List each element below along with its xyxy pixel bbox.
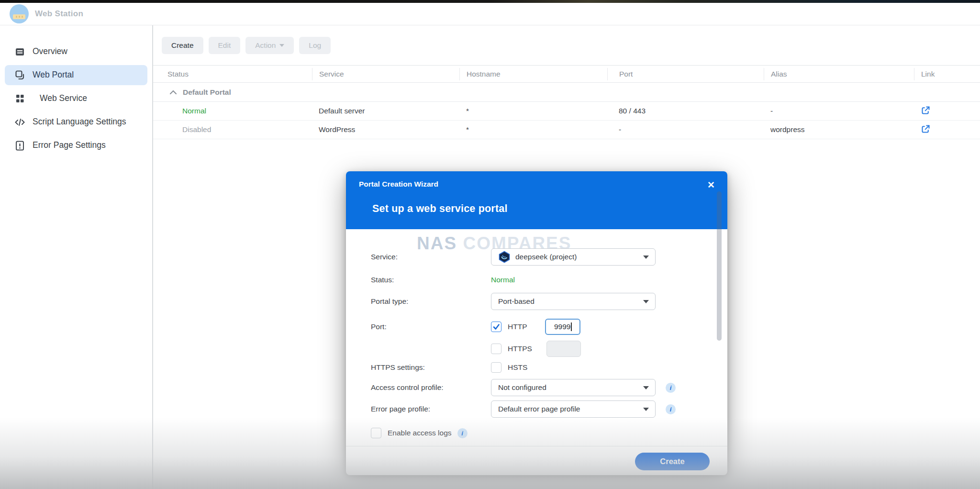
sidebar-item-web-service[interactable]: Web Service [5,89,147,109]
scrollbar-thumb[interactable] [717,191,722,341]
web-station-logo-icon [10,4,29,23]
access-control-select[interactable]: Not configured [491,379,656,396]
sidebar-item-label: Error Page Settings [33,140,106,151]
web-portal-icon [14,70,25,81]
https-checkbox[interactable] [491,344,501,354]
text-cursor [571,322,572,331]
error-page-select[interactable]: Default error page profile [491,400,656,418]
column-header-link[interactable]: Link [914,68,980,80]
status-label: Status: [371,276,491,284]
enable-access-logs-label: Enable access logs [388,429,452,437]
dialog-create-button[interactable]: Create [635,453,710,470]
toolbar: Create Edit Action Log [153,25,980,54]
error-page-label: Error page profile: [371,405,491,413]
script-language-icon [14,117,25,128]
app-header: Web Station [0,3,980,25]
https-label: HTTPS [508,345,532,353]
create-button[interactable]: Create [162,37,203,54]
sidebar: Overview Web Portal Web Service Script L… [0,25,152,489]
cell-status: Disabled [153,125,312,134]
cell-hostname: * [459,125,607,134]
access-control-row: Access control profile: Not configured i [371,379,718,396]
portal-creation-wizard-dialog: Portal Creation Wizard ✕ Set up a web se… [346,171,727,475]
port-label: Port: [371,322,491,331]
checkmark-icon [492,323,500,331]
dialog-header: Portal Creation Wizard ✕ Set up a web se… [346,171,727,229]
http-port-input[interactable]: 9999 [545,319,580,335]
column-header-status[interactable]: Status [153,68,312,80]
portal-type-select-value: Port-based [498,297,535,306]
web-service-icon [14,93,25,104]
open-link-icon[interactable] [921,105,931,115]
hsts-label: HSTS [508,363,527,372]
open-link-icon[interactable] [921,124,931,134]
caret-down-icon [279,44,284,47]
service-label: Service: [371,253,491,261]
status-badge: Disabled [182,125,211,133]
caret-down-icon [643,256,649,259]
http-checkbox[interactable] [491,322,501,332]
https-port-input[interactable] [546,341,581,357]
cell-port: 80 / 443 [607,107,764,115]
cell-alias: - [764,107,914,115]
column-header-port[interactable]: Port [607,68,764,80]
dialog-heading: Set up a web service portal [372,203,508,215]
log-button[interactable]: Log [299,37,331,54]
hsts-checkbox[interactable] [491,362,501,373]
port-https-row: HTTPS [371,340,718,357]
enable-access-logs-checkbox[interactable] [371,428,381,438]
service-select-value: deepseek (project) [515,253,577,261]
cell-hostname: * [459,107,607,115]
table-group-row: Default Portal [153,83,980,102]
sidebar-item-label: Web Service [40,93,87,104]
table-row[interactable]: Normal Default server * 80 / 443 - [153,102,980,121]
info-icon[interactable]: i [666,404,676,414]
access-control-select-value: Not configured [498,383,546,392]
status-value: Normal [491,276,515,284]
portal-type-row: Portal type: Port-based [371,293,718,310]
port-http-row: Port: HTTP 9999 [371,318,718,335]
cell-service: WordPress [312,125,459,134]
status-row: Status: Normal [371,271,718,289]
table-header: Status Service Hostname Port Alias Link [153,66,980,83]
sidebar-item-script-language-settings[interactable]: Script Language Settings [5,112,147,132]
top-screen-strip [0,0,980,3]
sidebar-divider [152,25,153,489]
collapse-chevron-icon[interactable] [169,90,177,95]
overview-icon [14,46,25,57]
sidebar-item-error-page-settings[interactable]: Error Page Settings [5,135,147,156]
service-select[interactable]: deepseek (project) [491,248,656,266]
cell-link [914,105,980,117]
status-badge: Normal [182,107,206,115]
access-control-label: Access control profile: [371,383,491,392]
group-label: Default Portal [183,88,231,97]
https-settings-label: HTTPS settings: [371,363,491,372]
cell-status: Normal [153,107,312,115]
access-logs-row: Enable access logs i [371,424,718,442]
info-icon[interactable]: i [666,383,676,393]
sidebar-item-label: Script Language Settings [33,117,126,127]
sidebar-item-label: Web Portal [33,70,74,80]
cell-service: Default server [312,107,459,115]
caret-down-icon [643,386,649,389]
cell-link [914,124,980,136]
column-header-service[interactable]: Service [312,68,459,80]
action-dropdown-button[interactable]: Action [245,37,294,54]
sidebar-item-overview[interactable]: Overview [5,42,147,62]
close-icon[interactable]: ✕ [705,178,717,192]
https-settings-row: HTTPS settings: HSTS [371,359,718,376]
caret-down-icon [643,408,649,411]
cell-port: - [607,125,764,134]
sidebar-item-label: Overview [33,46,67,57]
edit-button[interactable]: Edit [209,37,241,54]
column-header-hostname[interactable]: Hostname [459,68,607,80]
table-row[interactable]: Disabled WordPress * - wordpress [153,121,980,139]
info-icon[interactable]: i [457,428,468,438]
portal-type-select[interactable]: Port-based [491,293,656,310]
service-row: Service: deepseek (project) [371,248,718,266]
dialog-title: Portal Creation Wizard [359,180,438,189]
sidebar-item-web-portal[interactable]: Web Portal [5,65,147,85]
column-header-alias[interactable]: Alias [764,68,914,80]
app-title: Web Station [35,9,83,19]
caret-down-icon [643,300,649,303]
